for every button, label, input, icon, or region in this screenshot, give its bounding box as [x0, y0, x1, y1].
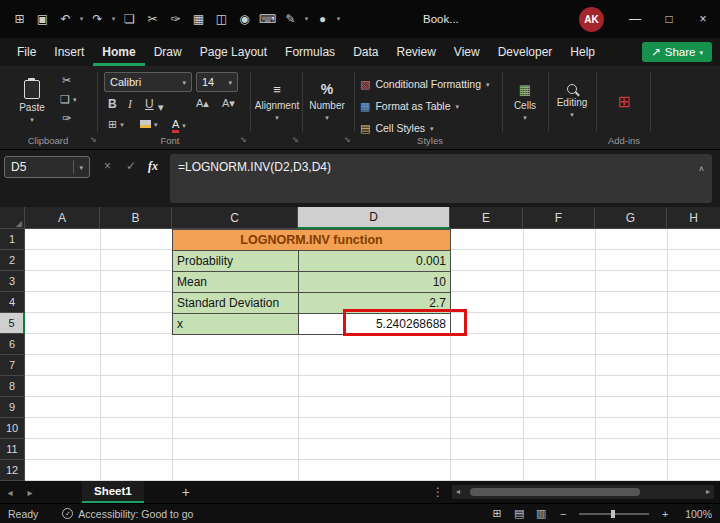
collapse-formula-bar-icon[interactable]: ˄: [699, 164, 704, 174]
row-header-6[interactable]: 6: [0, 334, 25, 355]
zoom-level-label[interactable]: 100%: [685, 508, 712, 520]
chevron-down-icon[interactable]: ▾: [109, 15, 118, 23]
save-icon[interactable]: ▣: [31, 12, 54, 26]
draw-pen-icon[interactable]: ✎: [279, 12, 302, 26]
column-header-e[interactable]: E: [450, 207, 523, 229]
cell-d2[interactable]: 0.001: [298, 250, 451, 272]
scroll-right-icon[interactable]: ▸: [706, 487, 710, 496]
tab-review[interactable]: Review: [387, 38, 444, 66]
row-header-8[interactable]: 8: [0, 376, 25, 397]
page-layout-view-icon[interactable]: ▤: [509, 507, 529, 520]
copy-icon[interactable]: ❏: [118, 12, 141, 26]
paste-button[interactable]: Paste ▾: [10, 70, 54, 132]
insert-cells-icon[interactable]: ◫: [210, 12, 233, 26]
column-header-d[interactable]: D: [298, 207, 450, 229]
tab-file[interactable]: File: [8, 38, 45, 66]
cell-c3[interactable]: Mean: [172, 271, 299, 293]
number-dialog-launcher-icon[interactable]: ⇘: [344, 135, 351, 144]
row-header-11[interactable]: 11: [0, 439, 25, 460]
share-button[interactable]: ↗ Share ▾: [642, 42, 712, 62]
chevron-down-icon[interactable]: ▾: [302, 15, 311, 23]
cut-button[interactable]: ✂: [62, 74, 71, 87]
column-header-h[interactable]: H: [667, 207, 720, 229]
row-header-1[interactable]: 1: [0, 229, 25, 250]
font-name-select[interactable]: Calibri ▾: [104, 72, 192, 92]
zoom-slider-thumb[interactable]: [611, 510, 615, 518]
copy-button[interactable]: ❏ ▾: [60, 93, 76, 106]
redo-icon[interactable]: ↷: [86, 12, 109, 26]
page-break-view-icon[interactable]: ▥: [531, 507, 551, 520]
cut-icon[interactable]: ✂: [141, 12, 164, 26]
cell-d3[interactable]: 10: [298, 271, 451, 293]
cell-merged-title[interactable]: LOGNORM.INV function: [172, 229, 451, 251]
zoom-slider[interactable]: [579, 513, 649, 515]
sheet-tab-sheet1[interactable]: Sheet1: [82, 481, 144, 503]
zoom-in-button[interactable]: +: [655, 508, 675, 520]
avatar[interactable]: AK: [579, 7, 604, 32]
italic-button[interactable]: I: [128, 97, 132, 112]
tab-formulas[interactable]: Formulas: [276, 38, 344, 66]
normal-view-icon[interactable]: ⊞: [487, 507, 507, 520]
tab-view[interactable]: View: [445, 38, 489, 66]
row-header-3[interactable]: 3: [0, 271, 25, 292]
insert-function-button[interactable]: fx: [148, 159, 158, 174]
minimize-button[interactable]: —: [618, 0, 652, 38]
conditional-formatting-button[interactable]: ▧ Conditional Formatting ▾: [360, 74, 500, 94]
chevron-down-icon[interactable]: ▾: [77, 15, 86, 23]
horizontal-scrollbar-thumb[interactable]: [470, 488, 640, 496]
formula-input[interactable]: =LOGNORM.INV(D2,D3,D4) ˄: [170, 154, 712, 203]
confirm-entry-button[interactable]: ✓: [126, 159, 136, 173]
column-header-a[interactable]: A: [25, 207, 100, 229]
zoom-out-button[interactable]: −: [553, 508, 573, 520]
column-header-c[interactable]: C: [172, 207, 298, 229]
sheet-options-icon[interactable]: ⋮: [432, 485, 444, 499]
font-dialog-launcher-icon[interactable]: ⇘: [240, 135, 247, 144]
row-header-4[interactable]: 4: [0, 292, 25, 313]
row-header-7[interactable]: 7: [0, 355, 25, 376]
account-icon[interactable]: ●: [311, 12, 334, 26]
tab-help[interactable]: Help: [561, 38, 604, 66]
bold-button[interactable]: B: [108, 97, 117, 111]
row-header-9[interactable]: 9: [0, 397, 25, 418]
tab-developer[interactable]: Developer: [489, 38, 562, 66]
format-painter-button[interactable]: ✑: [62, 112, 71, 125]
underline-button[interactable]: U: [145, 97, 154, 111]
row-header-2[interactable]: 2: [0, 250, 25, 271]
shrink-font-button[interactable]: A▾: [222, 97, 235, 110]
tab-page-layout[interactable]: Page Layout: [191, 38, 276, 66]
document-title[interactable]: Book...: [423, 13, 459, 25]
grow-font-button[interactable]: A▴: [196, 97, 209, 110]
tab-home[interactable]: Home: [93, 38, 144, 66]
scroll-left-icon[interactable]: ◂: [456, 487, 460, 496]
alignment-dialog-launcher-icon[interactable]: ⇘: [292, 135, 299, 144]
keyboard-icon[interactable]: ⌨: [256, 12, 279, 26]
add-sheet-button[interactable]: +: [176, 484, 196, 500]
column-header-b[interactable]: B: [100, 207, 172, 229]
alignment-button[interactable]: ≡ Alignment ▾: [254, 70, 300, 132]
cells-button[interactable]: ▦ Cells ▾: [506, 70, 544, 132]
maximize-button[interactable]: □: [652, 0, 686, 38]
select-all-corner[interactable]: ◢: [0, 207, 25, 229]
font-size-select[interactable]: 14 ▾: [196, 72, 238, 92]
cell-c4[interactable]: Standard Deviation: [172, 292, 299, 314]
column-header-g[interactable]: G: [595, 207, 667, 229]
horizontal-scrollbar[interactable]: ◂ ▸: [452, 485, 714, 499]
app-launcher-icon[interactable]: ⊞: [8, 12, 31, 26]
format-as-table-button[interactable]: ▦ Format as Table ▾: [360, 96, 500, 116]
column-header-f[interactable]: F: [523, 207, 595, 229]
camera-icon[interactable]: ◉: [233, 12, 256, 26]
name-box[interactable]: D5 ▾: [4, 156, 90, 178]
add-ins-button[interactable]: ⊞: [602, 70, 646, 132]
row-header-10[interactable]: 10: [0, 418, 25, 439]
font-color-button[interactable]: A ▾: [172, 118, 186, 133]
underline-options-chevron-icon[interactable]: ▾: [158, 102, 164, 113]
tab-insert[interactable]: Insert: [45, 38, 93, 66]
format-painter-icon[interactable]: ✑: [164, 12, 187, 26]
worksheet-grid[interactable]: LOGNORM.INV function Probability 0.001 M…: [25, 229, 720, 481]
accessibility-status-label[interactable]: Accessibility: Good to go: [78, 508, 193, 520]
undo-icon[interactable]: ↶: [54, 12, 77, 26]
cancel-entry-button[interactable]: ×: [104, 159, 111, 173]
tab-draw[interactable]: Draw: [145, 38, 191, 66]
row-header-12[interactable]: 12: [0, 460, 25, 481]
clipboard-dialog-launcher-icon[interactable]: ⇘: [90, 135, 97, 144]
